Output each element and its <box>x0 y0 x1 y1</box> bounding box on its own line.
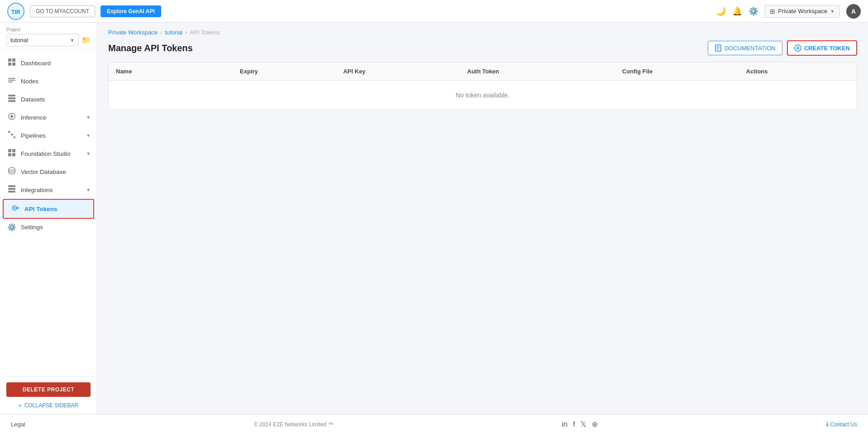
header-right: 🌙 🔔 ⚙️ ⊞ Private Workspace ▼ A <box>716 4 861 19</box>
sidebar-item-settings[interactable]: ⚙️ Settings <box>0 219 97 236</box>
breadcrumb-sep2: › <box>185 29 187 36</box>
notifications-icon[interactable]: 🔔 <box>732 6 742 16</box>
header-left: TIR GO TO MYACCOUNT Explore GenAI API <box>7 3 161 20</box>
pipelines-chevron-icon: ▾ <box>87 132 90 139</box>
contact-label: Contact Us <box>830 421 857 428</box>
project-dropdown[interactable]: tutorial ▼ <box>6 34 79 46</box>
breadcrumb-project[interactable]: tutorial <box>165 29 182 36</box>
app-header: TIR GO TO MYACCOUNT Explore GenAI API 🌙 … <box>0 0 868 23</box>
navigation-menu: Dashboard Nodes Datasets I <box>0 50 97 376</box>
copyright-text: © 2024 E2E Networks Limited ™ <box>254 421 334 428</box>
sidebar-label-datasets: Datasets <box>21 96 45 103</box>
svg-rect-11 <box>8 100 15 102</box>
col-name: Name <box>116 68 240 75</box>
create-token-button[interactable]: CREATE TOKEN <box>787 40 857 56</box>
col-auth-token: Auth Token <box>467 68 622 75</box>
collapse-sidebar-label: COLLAPSE SIDEBAR <box>24 402 78 409</box>
workspace-selector[interactable]: ⊞ Private Workspace ▼ <box>765 5 840 18</box>
svg-rect-5 <box>12 63 15 66</box>
legal-link[interactable]: Legal <box>11 421 25 428</box>
explore-genai-button[interactable]: Explore GenAI API <box>101 5 161 17</box>
sidebar-item-api-tokens[interactable]: API Tokens <box>3 199 94 219</box>
facebook-icon[interactable]: f <box>573 420 575 429</box>
table-body-empty: No token available. <box>109 81 857 110</box>
col-api-key: API Key <box>343 68 467 75</box>
project-label: Project <box>6 27 91 32</box>
svg-rect-9 <box>8 95 15 96</box>
avatar[interactable]: A <box>846 4 861 19</box>
sidebar-item-dashboard[interactable]: Dashboard <box>0 54 97 72</box>
sidebar-item-pipelines[interactable]: Pipelines ▾ <box>0 126 97 145</box>
main-content: Private Workspace › tutorial › API Token… <box>97 23 868 414</box>
sidebar-item-integrations[interactable]: Integrations ▾ <box>0 181 97 199</box>
sidebar-item-nodes[interactable]: Nodes <box>0 72 97 90</box>
col-actions: Actions <box>746 68 849 75</box>
sidebar-bottom: DELETE PROJECT « COLLAPSE SIDEBAR <box>0 376 97 414</box>
contact-us-link[interactable]: ℹ Contact Us <box>826 421 857 428</box>
integrations-icon <box>7 185 16 195</box>
svg-rect-17 <box>11 134 13 135</box>
go-myaccount-button[interactable]: GO TO MYACCOUNT <box>30 5 95 17</box>
chevron-down-icon: ▼ <box>830 9 835 14</box>
contact-icon: ℹ <box>826 421 829 428</box>
svg-rect-24 <box>12 153 15 156</box>
svg-rect-7 <box>8 80 15 81</box>
integrations-chevron-icon: ▾ <box>87 187 90 193</box>
breadcrumb-current: API Tokens <box>190 29 220 36</box>
foundation-studio-icon <box>7 149 16 159</box>
create-token-icon <box>794 44 801 52</box>
main-layout: Project tutorial ▼ 📁 Dashboard <box>0 23 868 414</box>
svg-rect-16 <box>8 131 10 133</box>
folder-icon[interactable]: 📁 <box>82 36 91 44</box>
svg-text:TIR: TIR <box>11 9 20 15</box>
logo: TIR <box>7 3 24 20</box>
content-header: Manage API Tokens DOCUMENTATION CREATE T… <box>97 39 868 62</box>
svg-rect-26 <box>8 185 15 187</box>
svg-rect-23 <box>8 153 11 156</box>
foundation-studio-chevron-icon: ▾ <box>87 150 90 157</box>
collapse-sidebar-icon: « <box>19 402 22 409</box>
svg-rect-4 <box>8 63 11 66</box>
sidebar-item-datasets[interactable]: Datasets <box>0 90 97 108</box>
svg-rect-27 <box>8 188 15 190</box>
col-config-file: Config File <box>622 68 746 75</box>
dark-mode-icon[interactable]: 🌙 <box>716 6 726 16</box>
dashboard-icon <box>7 58 16 68</box>
sidebar-item-vector-database[interactable]: Vector Database <box>0 163 97 181</box>
inference-icon <box>7 112 16 122</box>
project-name: tutorial <box>10 37 28 43</box>
workspace-icon: ⊞ <box>770 8 775 15</box>
linkedin-icon[interactable]: in <box>562 420 567 429</box>
pipelines-icon <box>7 130 16 140</box>
sidebar-label-integrations: Integrations <box>21 187 53 193</box>
rss-icon[interactable]: ⊛ <box>592 420 598 429</box>
sidebar-item-foundation-studio[interactable]: Foundation Studio ▾ <box>0 145 97 163</box>
datasets-icon <box>7 94 16 104</box>
breadcrumb-workspace[interactable]: Private Workspace <box>108 29 158 36</box>
nodes-icon <box>7 76 16 86</box>
sidebar: Project tutorial ▼ 📁 Dashboard <box>0 23 97 414</box>
api-tokens-table: Name Expiry API Key Auth Token Config Fi… <box>108 62 857 110</box>
sidebar-label-vector-database: Vector Database <box>21 169 66 175</box>
svg-point-13 <box>10 115 13 118</box>
twitter-icon[interactable]: 𝕏 <box>580 420 586 429</box>
svg-rect-22 <box>12 149 15 152</box>
collapse-sidebar-button[interactable]: « COLLAPSE SIDEBAR <box>6 402 91 409</box>
page-title: Manage API Tokens <box>108 43 193 53</box>
svg-rect-21 <box>8 149 11 152</box>
sidebar-label-pipelines: Pipelines <box>21 132 46 139</box>
header-actions: DOCUMENTATION CREATE TOKEN <box>708 40 857 56</box>
svg-rect-6 <box>8 78 15 79</box>
sidebar-label-dashboard: Dashboard <box>21 60 51 67</box>
documentation-icon <box>715 44 722 52</box>
documentation-button[interactable]: DOCUMENTATION <box>708 41 782 55</box>
delete-project-button[interactable]: DELETE PROJECT <box>6 382 91 397</box>
api-tokens-icon <box>11 204 20 214</box>
svg-point-30 <box>14 207 15 209</box>
sidebar-item-inference[interactable]: Inference ▾ <box>0 108 97 126</box>
settings-icon[interactable]: ⚙️ <box>748 6 758 16</box>
settings-nav-icon: ⚙️ <box>7 223 16 231</box>
svg-rect-3 <box>12 58 15 62</box>
sidebar-label-nodes: Nodes <box>21 78 38 85</box>
col-expiry: Expiry <box>240 68 343 75</box>
